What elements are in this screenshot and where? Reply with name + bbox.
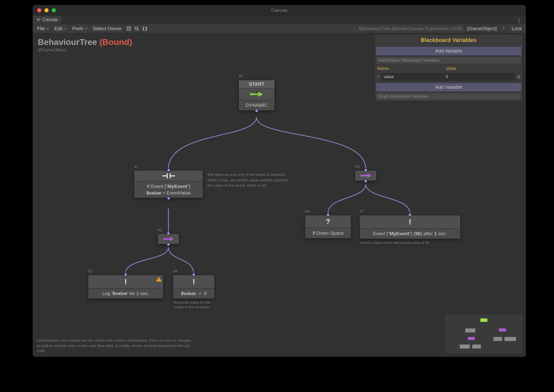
input-port[interactable] <box>364 168 367 172</box>
chevron-down-icon: ▼ <box>85 27 88 30</box>
maximize-window-button[interactable] <box>52 8 56 12</box>
tab-label: Canvas <box>42 17 58 22</box>
node-head: START <box>239 80 275 88</box>
node-sequencer[interactable]: #5 <box>355 164 377 181</box>
chevron-down-icon: ▼ <box>47 27 49 30</box>
node-sequencer[interactable]: #2 <box>158 228 179 244</box>
blackboard-title: Blackboard Variables <box>376 35 522 45</box>
output-port[interactable] <box>364 179 367 183</box>
node-body: If Down Space <box>305 228 351 238</box>
variable-name-input[interactable] <box>381 73 443 81</box>
framework-version-label: BehaviourTree @NodeCanvas Framework v3.2… <box>359 26 462 31</box>
warning-icon <box>156 277 162 281</box>
dynamic-selector-icon: ? <box>239 88 275 100</box>
search-icon[interactable] <box>133 25 140 32</box>
braces-icon[interactable]: { } <box>141 25 148 32</box>
tab-more-icon[interactable]: ⋮ <box>515 17 523 24</box>
add-variable-button[interactable]: Add Variable <box>376 83 522 92</box>
node-body: Log '$value' for 2 sec. <box>88 288 163 299</box>
menu-prefs[interactable]: Prefs▼ <box>70 25 90 32</box>
graph-canvas[interactable]: BehaviourTree (Bound) @GameObject #0 STA… <box>33 33 526 357</box>
tab-canvas[interactable]: Canvas <box>33 15 62 24</box>
svg-point-7 <box>135 27 138 29</box>
output-port[interactable] <box>167 197 170 200</box>
tab-strip: Canvas ⋮ <box>33 16 526 24</box>
svg-rect-0 <box>37 19 38 19</box>
svg-rect-1 <box>39 19 40 19</box>
node-start[interactable]: #0 START ? DYNAMIC <box>239 74 275 111</box>
owner-dropdown[interactable]: [GameObject] <box>465 25 507 32</box>
window-controls <box>37 8 56 12</box>
input-port[interactable] <box>124 273 127 276</box>
svg-rect-2 <box>38 20 39 21</box>
svg-line-8 <box>137 29 138 30</box>
action-icon: ! <box>359 215 460 229</box>
output-port[interactable] <box>167 243 170 246</box>
condition-icon <box>134 170 203 181</box>
blackboard-panel: Blackboard Variables Add Variable GameOb… <box>375 34 523 102</box>
toolbar: File▼ Edit▼ Prefs▼ Select Owner { } Beha… <box>33 24 526 33</box>
graph-title: BehaviourTree (Bound) @GameObject <box>38 37 132 53</box>
node-body: $value = 0 <box>173 288 215 299</box>
input-port[interactable] <box>408 213 412 217</box>
minimap[interactable] <box>445 314 523 354</box>
lock-toggle[interactable]: Lock <box>510 26 524 31</box>
blackboard-variable-row: ≡ ⚙ <box>376 73 522 82</box>
output-port[interactable] <box>255 109 258 113</box>
blackboard-columns: Name Value <box>376 65 522 72</box>
graph-description: Demonstrates how events can be used in t… <box>35 336 198 355</box>
node-condition-input[interactable]: #6 ? If Down Space <box>305 209 351 238</box>
titlebar: Canvas <box>33 5 526 16</box>
drag-handle-icon[interactable]: ≡ <box>376 74 380 80</box>
menu-file[interactable]: File▼ <box>35 25 52 32</box>
node-comment: Reset the value for the shake of this ex… <box>173 300 215 310</box>
node-comment: Will allow access only if the event is r… <box>207 172 293 188</box>
minimize-window-button[interactable] <box>44 8 49 12</box>
svg-rect-9 <box>250 93 253 95</box>
input-port[interactable] <box>167 168 170 172</box>
add-variable-button[interactable]: Add Variable <box>376 46 522 56</box>
node-send-event-action[interactable]: #7 ! Event ["MyEvent"] (50) after 1 sec.… <box>359 209 460 246</box>
input-port[interactable] <box>192 273 196 276</box>
window-title: Canvas <box>33 8 526 13</box>
blackboard-section-graph: Graph Blackboard Variables <box>376 93 522 100</box>
canvas-tab-icon <box>37 18 41 22</box>
action-icon: ! <box>173 275 215 288</box>
app-window: Canvas Canvas ⋮ File▼ Edit▼ Prefs▼ Selec… <box>33 5 526 357</box>
input-port[interactable] <box>167 232 170 235</box>
node-reset-action[interactable]: #4 ! $value = 0 Reset the value for the … <box>173 269 215 310</box>
node-body: If Event ["MyEvent"] $value = EventValue <box>134 181 203 198</box>
close-window-button[interactable] <box>37 8 41 12</box>
svg-text:?: ? <box>255 91 258 94</box>
graph-subtitle: @GameObject <box>38 47 132 53</box>
blackboard-section-gameobject: GameObject Blackboard Variables <box>376 57 522 64</box>
gear-icon[interactable]: ⚙ <box>516 74 522 80</box>
select-owner-button[interactable]: Select Owner <box>90 25 124 32</box>
node-log-action[interactable]: #3 ! Log '$value' for 2 sec. <box>88 269 163 299</box>
input-port[interactable] <box>326 213 330 217</box>
chevron-down-icon: ▼ <box>64 27 67 30</box>
variable-value-input[interactable] <box>444 73 515 81</box>
menu-edit[interactable]: Edit▼ <box>52 25 70 32</box>
question-icon: ? <box>305 215 351 228</box>
document-icon[interactable] <box>125 25 132 32</box>
node-body: Event ["MyEvent"] (50) after 1 sec. <box>359 229 460 239</box>
action-icon: ! <box>88 275 163 288</box>
bound-status-label: (Bound) <box>100 37 132 47</box>
node-condition-event[interactable]: #1 If Event ["MyEvent"] $value = EventVa… <box>134 164 203 198</box>
node-comment: Send a Value event with a float value of… <box>359 240 460 246</box>
